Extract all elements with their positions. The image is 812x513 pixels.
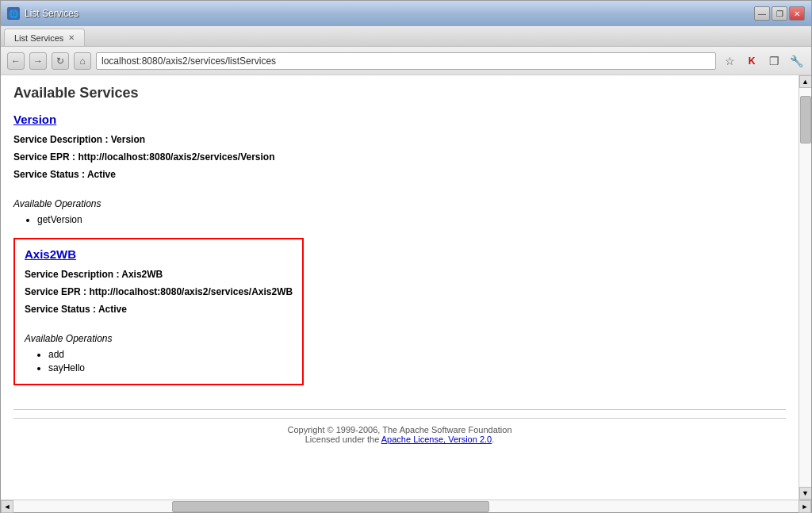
service-axis2wb-epr: Service EPR : http://localhost:8080/axis… — [25, 286, 293, 297]
scroll-track — [799, 88, 811, 487]
home-button[interactable]: ⌂ — [74, 52, 91, 70]
scroll-down-button[interactable]: ▼ — [799, 487, 812, 500]
back-button[interactable]: ← — [7, 52, 25, 70]
resize-icon[interactable]: ❐ — [765, 52, 783, 70]
restore-button[interactable]: ❐ — [772, 6, 787, 21]
close-button[interactable]: ✕ — [789, 6, 805, 21]
horizontal-scrollbar: ◄ ► — [1, 500, 811, 512]
tools-icon[interactable]: 🔧 — [787, 52, 805, 70]
apache-license-link[interactable]: Apache License, Version 2.0 — [381, 435, 492, 444]
service-axis2wb-link[interactable]: Axis2WB — [25, 247, 76, 261]
footer-line2-suffix: . — [492, 435, 494, 444]
browser-content: Available Services Version Service Descr… — [1, 75, 811, 500]
scroll-thumb[interactable] — [800, 96, 811, 144]
list-item: add — [48, 349, 293, 360]
vertical-scrollbar: ▲ ▼ — [799, 75, 811, 500]
service-axis2wb-ops-list: add sayHello — [48, 349, 293, 373]
service-version-ops-list: getVersion — [37, 214, 786, 225]
window-controls: — ❐ ✕ — [754, 6, 805, 21]
url-input[interactable] — [96, 52, 716, 70]
footer-line2: Licensed under the Apache License, Versi… — [20, 435, 779, 444]
service-axis2wb-highlighted: Axis2WB Service Description : Axis2WB Se… — [13, 238, 304, 385]
window-icon: 🌐 — [7, 7, 20, 20]
footer: Copyright © 1999-2006, The Apache Softwa… — [13, 418, 786, 450]
page-content: Available Services Version Service Descr… — [1, 75, 799, 500]
browser-window: 🌐 List Services — ❐ ✕ List Services ✕ ← … — [0, 0, 812, 513]
active-tab[interactable]: List Services ✕ — [4, 29, 85, 46]
bookmark-star-icon[interactable]: ☆ — [721, 52, 738, 70]
service-version-epr: Service EPR : http://localhost:8080/axis… — [13, 151, 786, 163]
service-version-section: Version Service Description : Version Se… — [13, 113, 786, 225]
window-title: List Services — [25, 8, 754, 19]
service-version-status: Service Status : Active — [13, 169, 786, 180]
service-axis2wb-status: Service Status : Active — [25, 304, 293, 315]
page-heading: Available Services — [13, 85, 786, 101]
scroll-up-button[interactable]: ▲ — [799, 75, 812, 88]
scroll-right-button[interactable]: ► — [799, 500, 811, 513]
forward-button[interactable]: → — [29, 52, 47, 70]
service-axis2wb-description: Service Description : Axis2WB — [25, 269, 293, 280]
minimize-button[interactable]: — — [754, 6, 770, 21]
service-version-description: Service Description : Version — [13, 134, 786, 145]
tab-close-button[interactable]: ✕ — [68, 33, 75, 42]
list-item: sayHello — [48, 362, 293, 373]
tab-label: List Services — [14, 33, 63, 43]
address-bar: ← → ↻ ⌂ ☆ K ❐ 🔧 — [1, 47, 811, 75]
list-item: getVersion — [37, 214, 786, 225]
service-axis2wb-ops-label: Available Operations — [25, 333, 293, 344]
tab-bar: List Services ✕ — [1, 26, 811, 47]
h-scroll-thumb[interactable] — [172, 501, 489, 512]
service-version-ops-label: Available Operations — [13, 198, 786, 209]
service-version-link[interactable]: Version — [13, 113, 56, 126]
k-icon: K — [743, 52, 760, 70]
h-scroll-track — [13, 500, 799, 512]
title-bar: 🌐 List Services — ❐ ✕ — [1, 1, 811, 26]
footer-line1: Copyright © 1999-2006, The Apache Softwa… — [20, 425, 779, 435]
refresh-button[interactable]: ↻ — [52, 52, 69, 70]
scroll-left-button[interactable]: ◄ — [1, 500, 13, 513]
footer-line2-prefix: Licensed under the — [305, 435, 381, 444]
